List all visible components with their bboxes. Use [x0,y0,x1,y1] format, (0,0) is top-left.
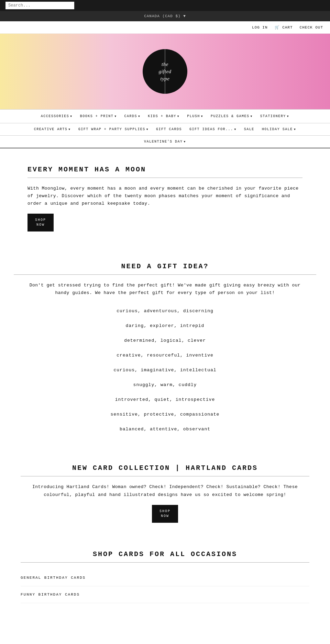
hartland-section-divider [21,476,309,476]
chevron-down-icon: ▼ [184,140,186,143]
nav-item-gift-ideas[interactable]: GIFT IDEAS FOR... ▼ [186,126,240,133]
list-item[interactable]: daring, explorer, intrepid [14,318,316,333]
list-item[interactable]: curious, imaginative, intellectual [14,363,316,377]
chevron-down-icon: ▼ [287,115,289,118]
nav-item-sale[interactable]: SALE [241,126,258,133]
moon-section-body: With Moonglow, every moment has a moon a… [28,185,302,207]
hartland-section-body: Introducing Hartland Cards! Woman owned?… [31,483,299,498]
nav-item-cards[interactable]: CARDS ▼ [121,113,144,120]
nav-item-kids-baby[interactable]: KIDS + BABY ▼ [144,113,183,120]
nav-item-stationery[interactable]: STATIONERY ▼ [257,113,293,120]
top-bar [0,0,330,11]
chevron-down-icon: ▼ [201,115,203,118]
checkout-link[interactable]: CHECK OUT [300,25,323,30]
list-item[interactable]: curious, adventurous, discerning [14,304,316,318]
list-item[interactable]: balanced, attentive, observant [14,422,316,437]
list-item[interactable]: creative, resourceful, inventive [14,348,316,363]
chevron-down-icon: ▼ [114,115,117,118]
nav-item-holiday-sale[interactable]: HOLIDAY SALE ▼ [258,126,299,133]
logo-text: the gifted type [158,61,171,82]
moon-section-divider [28,178,302,178]
account-bar: LOG IN 🛒 CART CHECK OUT [0,21,330,34]
nav-item-accessories[interactable]: ACCESSORIES ▼ [37,113,76,120]
login-link[interactable]: LOG IN [252,25,268,30]
secondary-nav: CREATIVE ARTS ▼ GIFT WRAP + PARTY SUPPLI… [0,123,330,136]
chevron-down-icon: ▼ [234,128,236,131]
shop-cards-title: SHOP CARDS FOR ALL OCCASIONS [21,550,309,558]
nav-item-books-print[interactable]: BOOKS + PRINT ▼ [77,113,120,120]
primary-nav: ACCESSORIES ▼ BOOKS + PRINT ▼ CARDS ▼ KI… [0,109,330,123]
nav-item-gift-wrap[interactable]: GIFT WRAP + PARTY SUPPLIES ▼ [75,126,152,133]
cart-icon: 🛒 [275,25,283,30]
chevron-down-icon: ▼ [183,14,186,18]
gift-section: NEED A GIFT IDEA? Don't get stressed try… [0,249,330,450]
funny-birthday-cards-link[interactable]: FUNNY BIRTHDAY CARDS [21,586,309,603]
chevron-down-icon: ▼ [146,128,148,131]
tertiary-nav: VALENTINE'S DAY ▼ [0,136,330,148]
moon-section-title: EVERY MOMENT HAS A MOON [28,166,302,173]
chevron-down-icon: ▼ [294,128,296,131]
hartland-section: NEW CARD COLLECTION | HARTLAND CARDS Int… [0,450,330,536]
list-item[interactable]: sensitive, protective, compassionate [14,407,316,422]
nav-item-plush[interactable]: PLUSH ▼ [184,113,207,120]
gift-list: curious, adventurous, discerning daring,… [14,304,316,437]
general-birthday-cards-link[interactable]: GENERAL BIRTHDAY CARDS [21,569,309,586]
search-input[interactable] [6,2,74,9]
nav-item-valentines-day[interactable]: VALENTINE'S DAY ▼ [141,138,189,145]
moon-section: EVERY MOMENT HAS A MOON With Moonglow, e… [0,148,330,249]
gift-section-title: NEED A GIFT IDEA? [14,262,316,270]
shop-cards-section: SHOP CARDS FOR ALL OCCASIONS GENERAL BIR… [0,536,330,617]
site-logo[interactable]: the gifted type [143,49,187,94]
nav-item-puzzles-games[interactable]: PUZZLES & GAMES ▼ [207,113,256,120]
moon-shop-now-button[interactable]: SHOP NOW [28,214,54,231]
hartland-section-title: NEW CARD COLLECTION | HARTLAND CARDS [21,464,309,472]
chevron-down-icon: ▼ [251,115,253,118]
hero-banner: the gifted type [0,34,330,109]
chevron-down-icon: ▼ [138,115,140,118]
gift-section-divider [14,274,316,275]
nav-item-creative-arts[interactable]: CREATIVE ARTS ▼ [31,126,74,133]
list-item[interactable]: snuggly, warm, cuddly [14,377,316,392]
chevron-down-icon: ▼ [70,115,72,118]
country-bar: CANADA (CAD $) ▼ [0,11,330,21]
shop-cards-divider [21,562,309,563]
nav-item-gift-cards[interactable]: GIFT CARDS [153,126,185,133]
list-item[interactable]: determined, logical, clever [14,333,316,348]
chevron-down-icon: ▼ [177,115,179,118]
chevron-down-icon: ▼ [68,128,70,131]
list-item[interactable]: introverted, quiet, introspective [14,392,316,407]
cart-link[interactable]: 🛒 CART [275,25,293,30]
hartland-shop-now-button[interactable]: SHOP NOW [152,505,178,523]
country-selector[interactable]: CANADA (CAD $) ▼ [144,14,186,18]
gift-section-body: Don't get stressed trying to find the pe… [28,282,302,297]
